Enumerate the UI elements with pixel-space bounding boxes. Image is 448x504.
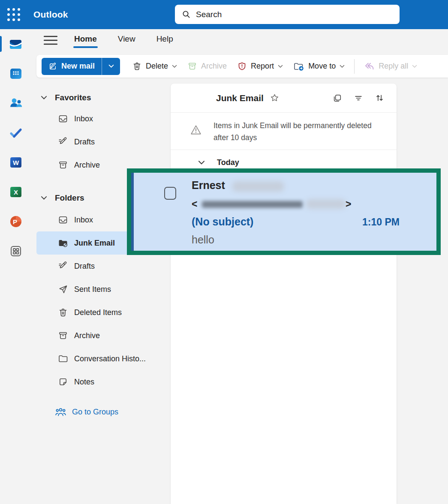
folder-label: Deleted Items <box>74 308 122 317</box>
delete-label: Delete <box>146 62 168 71</box>
app-rail-apps[interactable] <box>0 236 31 266</box>
shield-report-icon <box>237 61 247 71</box>
search-input[interactable]: Search <box>175 5 400 24</box>
folder-label: Notes <box>74 378 94 387</box>
groups-icon <box>55 407 66 417</box>
app-rail: W X P <box>0 29 31 504</box>
folder-label: Archive <box>74 161 100 170</box>
archive-icon <box>187 61 197 71</box>
outlook-window: Outlook Search <box>0 0 448 504</box>
email-checkbox[interactable] <box>164 187 176 200</box>
folder-label: Inbox <box>74 114 93 123</box>
app-rail-todo[interactable] <box>0 118 31 147</box>
ribbon-toolbar: New mail Delete <box>36 55 448 78</box>
toolbar-divider <box>354 59 355 74</box>
select-messages-icon[interactable] <box>333 93 342 103</box>
app-launcher-button[interactable] <box>0 0 27 29</box>
archive-icon <box>58 330 68 341</box>
drafts-pencil-icon <box>58 137 68 147</box>
apps-grid-icon <box>9 244 23 258</box>
list-title: Junk Email <box>216 93 264 103</box>
chevron-down-icon <box>412 65 417 68</box>
folder-conversation-history[interactable]: Conversation Histo... <box>36 347 170 370</box>
report-button[interactable]: Report <box>232 58 288 75</box>
folder-drafts[interactable]: Drafts <box>36 255 170 278</box>
chevron-down-icon <box>41 96 47 100</box>
app-rail-excel[interactable]: X <box>0 177 31 207</box>
star-icon[interactable] <box>270 93 280 103</box>
tab-home[interactable]: Home <box>73 33 98 49</box>
archive-icon <box>58 160 68 170</box>
tab-view[interactable]: View <box>117 33 136 49</box>
delete-button[interactable]: Delete <box>127 58 182 75</box>
report-label: Report <box>251 62 274 71</box>
redacted-email-address <box>202 201 303 208</box>
folder-label: Junk Email <box>74 239 115 248</box>
folder-label: Drafts <box>74 138 95 147</box>
message-list-panel: Junk Email <box>171 84 397 504</box>
search-placeholder: Search <box>196 10 222 19</box>
filter-icon[interactable] <box>354 93 363 103</box>
svg-text:W: W <box>12 159 19 166</box>
hamburger-icon <box>44 36 57 45</box>
chevron-down-icon <box>108 64 114 68</box>
sort-icon[interactable] <box>375 93 385 103</box>
folder-notes[interactable]: Notes <box>36 370 170 393</box>
hamburger-menu-button[interactable] <box>42 34 59 47</box>
new-mail-button[interactable]: New mail <box>42 58 102 75</box>
word-icon: W <box>9 155 23 170</box>
chevron-down-icon <box>278 65 283 68</box>
favorites-section-header[interactable]: Favorites <box>36 88 170 107</box>
top-app-bar: Outlook Search <box>0 0 448 29</box>
reply-all-button[interactable]: Reply all <box>359 58 422 75</box>
note-icon <box>58 377 68 387</box>
trash-icon <box>132 61 142 71</box>
calendar-icon <box>9 66 23 81</box>
reply-all-label: Reply all <box>379 62 408 71</box>
folder-sent-items[interactable]: Sent Items <box>36 278 170 301</box>
compose-icon <box>48 62 57 71</box>
folder-label: Conversation Histo... <box>74 354 146 363</box>
move-to-folder-icon <box>293 61 304 72</box>
svg-text:P: P <box>12 218 17 225</box>
outlook-mail-icon <box>8 37 24 51</box>
app-rail-people[interactable] <box>0 88 31 118</box>
folder-deleted-items[interactable]: Deleted Items <box>36 301 170 324</box>
redacted-sender-suffix <box>232 181 284 192</box>
app-rail-word[interactable]: W <box>0 147 31 177</box>
people-icon <box>9 96 23 111</box>
new-mail-dropdown[interactable] <box>102 58 120 75</box>
warning-triangle-icon <box>190 124 202 135</box>
chevron-down-icon <box>172 65 177 68</box>
redacted-email-domain <box>306 199 346 209</box>
todo-check-icon <box>9 126 23 140</box>
chevron-down-icon <box>198 160 205 165</box>
move-to-button[interactable]: Move to <box>288 58 350 75</box>
message-list-header: Junk Email <box>171 84 397 113</box>
highlighted-email-callout[interactable]: Ernest < > (No subject) 1:10 PM hello <box>127 168 441 255</box>
waffle-icon <box>7 8 20 21</box>
app-rail-powerpoint[interactable]: P <box>0 207 31 236</box>
new-mail-label: New mail <box>61 62 95 71</box>
go-to-groups-link[interactable]: Go to Groups <box>36 400 170 423</box>
inbox-icon <box>58 114 68 124</box>
email-time: 1:10 PM <box>362 216 400 228</box>
favorite-inbox[interactable]: Inbox <box>36 107 170 130</box>
app-rail-calendar[interactable] <box>0 59 31 88</box>
junk-retention-banner: Items in Junk Email will be permanently … <box>171 113 397 150</box>
app-rail-mail[interactable] <box>0 29 31 59</box>
tab-help[interactable]: Help <box>156 33 174 49</box>
reply-all-icon <box>364 61 375 71</box>
chevron-down-icon <box>41 196 47 200</box>
folder-label: Drafts <box>74 262 95 271</box>
svg-text:X: X <box>13 189 18 196</box>
favorite-drafts[interactable]: Drafts <box>36 130 170 153</box>
folders-title: Folders <box>55 193 84 203</box>
email-sender: Ernest <box>192 179 225 192</box>
archive-button[interactable]: Archive <box>182 58 232 75</box>
address-bracket-close: > <box>346 198 351 210</box>
folder-icon <box>58 354 68 364</box>
folder-archive[interactable]: Archive <box>36 324 170 347</box>
drafts-pencil-icon <box>58 261 68 271</box>
rail-selected-indicator <box>0 36 2 52</box>
